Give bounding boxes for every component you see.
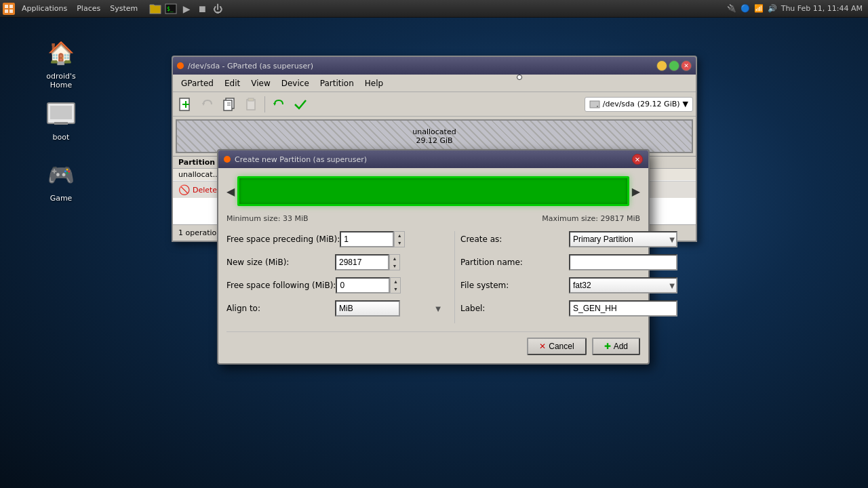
taskbar: Applications Places System $_ ▶ ⏹ ⏻ 🔌 🔵 …: [0, 0, 868, 18]
cancel-icon: ✕: [539, 342, 546, 351]
row-new-size: New size (MiB): ▲ ▼: [226, 254, 443, 270]
spinner-down-size[interactable]: ▼: [390, 262, 399, 270]
spinner-down-following[interactable]: ▼: [391, 285, 400, 293]
input-new-size[interactable]: [335, 254, 389, 270]
svg-text:$_: $_: [167, 6, 174, 12]
form-right: Create as: Primary Partition Extended Pa…: [454, 231, 677, 323]
dialog-close-btn[interactable]: ✕: [632, 154, 643, 165]
add-button[interactable]: ✚ Add: [592, 338, 640, 355]
svg-marker-14: [202, 103, 205, 106]
game-icon: 🎮: [45, 159, 77, 191]
dialog-titlebar: Create new Partition (as superuser) ✕: [218, 150, 648, 168]
toolbar-apply-btn[interactable]: [290, 95, 311, 114]
spinner-up-following[interactable]: ▲: [391, 278, 400, 285]
titlebar-buttons: ✕: [656, 60, 692, 71]
svg-rect-9: [50, 106, 72, 119]
svg-point-23: [597, 106, 598, 107]
cancel-label: Cancel: [549, 342, 574, 351]
home-icon-label: odroid's Home: [37, 72, 85, 89]
svg-rect-3: [9, 9, 13, 13]
window-titlebar: /dev/sda - GParted (as superuser) ✕: [173, 57, 696, 75]
svg-rect-0: [5, 5, 8, 8]
svg-rect-22: [590, 101, 599, 108]
menu-system[interactable]: System: [106, 3, 142, 14]
toolbar-new-btn[interactable]: [176, 95, 196, 114]
desktop-icon-boot[interactable]: boot: [34, 95, 88, 144]
input-label[interactable]: [569, 300, 677, 317]
toolbar-paste-btn[interactable]: [241, 95, 261, 114]
svg-rect-10: [54, 122, 68, 125]
size-info: Minimum size: 33 MiB Maximum size: 29817…: [226, 214, 640, 223]
max-size-label: Maximum size: 29817 MiB: [542, 214, 640, 223]
taskbar-stop-btn[interactable]: ⏹: [195, 2, 209, 16]
delete-icon: 🚫: [178, 184, 190, 195]
taskbar-terminal-btn[interactable]: $_: [164, 2, 178, 16]
toolbar: /dev/sda (29.12 GiB) ▼: [173, 92, 696, 117]
spinner-down-preceding[interactable]: ▼: [395, 239, 404, 247]
input-free-space-following[interactable]: [336, 277, 390, 293]
taskbar-filemanager-btn[interactable]: [149, 2, 162, 16]
row-align-to: Align to: MiB Cylinder None ▼: [226, 300, 443, 317]
operation-label: Delete: [193, 186, 217, 195]
minimize-btn[interactable]: [656, 60, 667, 71]
datetime-display: Thu Feb 11, 11:44 AM: [781, 4, 863, 13]
partition-bar: unallocated 29.12 GiB: [177, 121, 692, 152]
input-free-space-preceding[interactable]: [340, 231, 394, 247]
taskbar-power-btn[interactable]: ⏻: [211, 2, 224, 16]
select-file-system[interactable]: fat32 ext4 ext3 ntfs btrfs: [569, 277, 677, 293]
window-title: /dev/sda - GParted (as superuser): [188, 62, 656, 70]
device-size: (29.12 GiB): [637, 100, 680, 108]
menu-places[interactable]: Places: [73, 3, 104, 14]
menu-bar: GParted Edit View Device Partition Help: [173, 75, 696, 92]
menu-partition[interactable]: Partition: [315, 77, 359, 90]
menu-view[interactable]: View: [245, 77, 275, 90]
cancel-button[interactable]: ✕ Cancel: [527, 338, 586, 355]
select-create-as[interactable]: Primary Partition Extended Partition Log…: [569, 231, 677, 247]
size-bar: [237, 176, 629, 206]
select-align-to[interactable]: MiB Cylinder None: [335, 300, 400, 317]
size-arrow-left[interactable]: ◀: [226, 185, 235, 198]
partition-visual: unallocated 29.12 GiB: [176, 119, 693, 153]
spinner-btns-size: ▲ ▼: [389, 254, 400, 270]
add-label: Add: [614, 342, 628, 351]
titlebar-dot: [177, 62, 184, 69]
partition-size-bar: ◀ ▶: [226, 176, 640, 206]
desktop: Applications Places System $_ ▶ ⏹ ⏻ 🔌 🔵 …: [0, 0, 868, 488]
close-btn[interactable]: ✕: [681, 60, 692, 71]
menu-help[interactable]: Help: [359, 77, 389, 90]
size-arrow-right[interactable]: ▶: [632, 185, 640, 198]
desktop-icon-game[interactable]: 🎮 Game: [34, 156, 88, 205]
svg-marker-21: [273, 103, 276, 106]
menu-applications[interactable]: Applications: [18, 3, 71, 14]
input-partition-name[interactable]: [569, 254, 677, 270]
row-partition-name: Partition name:: [460, 254, 677, 270]
toolbar-copy-btn[interactable]: [219, 95, 239, 114]
maximize-btn[interactable]: [669, 60, 679, 71]
row-free-space-following: Free space following (MiB): ▲ ▼: [226, 277, 443, 293]
form-left: Free space preceding (MiB): ▲ ▼ New size…: [226, 231, 454, 323]
spinner-free-space-following: ▲ ▼: [336, 277, 401, 293]
toolbar-right: /dev/sda (29.12 GiB) ▼: [585, 97, 693, 112]
taskbar-play-btn[interactable]: ▶: [180, 2, 193, 16]
volume-icon: 🔊: [768, 4, 777, 13]
menu-edit[interactable]: Edit: [219, 77, 245, 90]
home-icon: 🏠: [45, 37, 77, 69]
spinner-btns-preceding: ▲ ▼: [394, 231, 405, 247]
network-icon: 🔌: [727, 4, 736, 13]
boot-icon-label: boot: [53, 133, 70, 142]
menu-device[interactable]: Device: [276, 77, 315, 90]
add-icon: ✚: [604, 342, 611, 351]
menu-gparted[interactable]: GParted: [176, 77, 219, 90]
device-selector[interactable]: /dev/sda (29.12 GiB) ▼: [585, 97, 693, 112]
partition-bar-label: unallocated 29.12 GiB: [412, 127, 456, 145]
create-partition-dialog: Create new Partition (as superuser) ✕ ◀ …: [217, 149, 650, 365]
dialog-title-text: Create new Partition (as superuser): [235, 155, 632, 164]
desktop-icon-home[interactable]: 🏠 odroid's Home: [34, 34, 88, 92]
select-wrapper-align: MiB Cylinder None ▼: [335, 300, 443, 317]
spinner-up-preceding[interactable]: ▲: [395, 232, 404, 239]
taskbar-left: Applications Places System $_ ▶ ⏹ ⏻: [0, 2, 224, 16]
toolbar-undo2-btn[interactable]: [269, 95, 289, 114]
toolbar-undo-btn[interactable]: [197, 95, 218, 114]
spinner-up-size[interactable]: ▲: [390, 255, 399, 262]
dialog-body: ◀ ▶ Minimum size: 33 MiB Maximum size: 2…: [218, 168, 648, 363]
